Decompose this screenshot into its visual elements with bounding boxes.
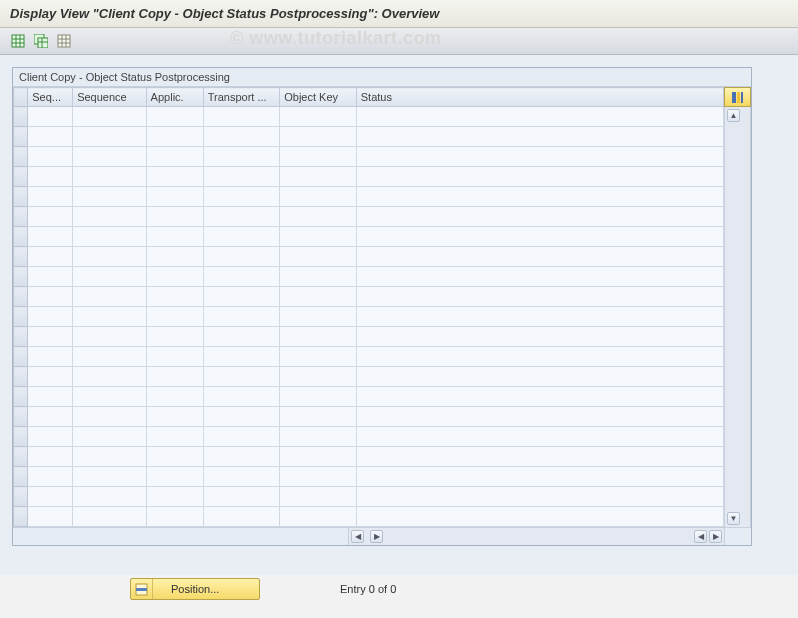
- cell[interactable]: [356, 267, 723, 287]
- data-grid[interactable]: Seq... Sequence Applic. Transport ... Ob…: [13, 87, 724, 527]
- cell[interactable]: [280, 427, 357, 447]
- row-selector[interactable]: [14, 187, 28, 207]
- cell[interactable]: [356, 227, 723, 247]
- cell[interactable]: [356, 467, 723, 487]
- row-selector[interactable]: [14, 287, 28, 307]
- configure-columns-button[interactable]: [724, 87, 751, 107]
- table-row[interactable]: [14, 427, 724, 447]
- table-row[interactable]: [14, 147, 724, 167]
- cell[interactable]: [146, 387, 203, 407]
- cell[interactable]: [28, 147, 73, 167]
- row-selector[interactable]: [14, 147, 28, 167]
- cell[interactable]: [203, 387, 280, 407]
- cell[interactable]: [28, 387, 73, 407]
- cell[interactable]: [280, 307, 357, 327]
- cell[interactable]: [28, 287, 73, 307]
- cell[interactable]: [146, 227, 203, 247]
- cell[interactable]: [146, 107, 203, 127]
- cell[interactable]: [203, 327, 280, 347]
- cell[interactable]: [280, 167, 357, 187]
- cell[interactable]: [28, 207, 73, 227]
- cell[interactable]: [28, 487, 73, 507]
- cell[interactable]: [203, 267, 280, 287]
- cell[interactable]: [28, 447, 73, 467]
- table-row[interactable]: [14, 227, 724, 247]
- table-row[interactable]: [14, 327, 724, 347]
- cell[interactable]: [280, 267, 357, 287]
- scroll-right-button[interactable]: ▶: [370, 530, 383, 543]
- cell[interactable]: [356, 387, 723, 407]
- table-row[interactable]: [14, 107, 724, 127]
- row-selector[interactable]: [14, 107, 28, 127]
- cell[interactable]: [28, 507, 73, 527]
- cell[interactable]: [203, 107, 280, 127]
- cell[interactable]: [203, 247, 280, 267]
- cell[interactable]: [73, 487, 146, 507]
- delimit-button[interactable]: [54, 31, 74, 51]
- cell[interactable]: [146, 487, 203, 507]
- cell[interactable]: [280, 107, 357, 127]
- horizontal-scrollbar-left[interactable]: ◀ ▶: [349, 528, 385, 545]
- cell[interactable]: [356, 127, 723, 147]
- cell[interactable]: [73, 227, 146, 247]
- scroll-left2-button[interactable]: ◀: [694, 530, 707, 543]
- cell[interactable]: [280, 387, 357, 407]
- cell[interactable]: [73, 287, 146, 307]
- cell[interactable]: [73, 307, 146, 327]
- cell[interactable]: [73, 507, 146, 527]
- scroll-left-button[interactable]: ◀: [351, 530, 364, 543]
- cell[interactable]: [356, 427, 723, 447]
- cell[interactable]: [146, 287, 203, 307]
- cell[interactable]: [203, 347, 280, 367]
- cell[interactable]: [280, 127, 357, 147]
- cell[interactable]: [356, 147, 723, 167]
- cell[interactable]: [356, 187, 723, 207]
- table-row[interactable]: [14, 467, 724, 487]
- row-selector[interactable]: [14, 167, 28, 187]
- row-selector[interactable]: [14, 507, 28, 527]
- row-selector[interactable]: [14, 307, 28, 327]
- cell[interactable]: [28, 347, 73, 367]
- cell[interactable]: [28, 467, 73, 487]
- cell[interactable]: [356, 327, 723, 347]
- cell[interactable]: [280, 407, 357, 427]
- cell[interactable]: [203, 367, 280, 387]
- cell[interactable]: [203, 307, 280, 327]
- cell[interactable]: [28, 267, 73, 287]
- cell[interactable]: [280, 247, 357, 267]
- cell[interactable]: [146, 467, 203, 487]
- vertical-scrollbar[interactable]: ▲ ▼: [724, 107, 751, 527]
- cell[interactable]: [146, 207, 203, 227]
- cell[interactable]: [280, 507, 357, 527]
- cell[interactable]: [73, 427, 146, 447]
- cell[interactable]: [280, 207, 357, 227]
- table-row[interactable]: [14, 487, 724, 507]
- row-selector[interactable]: [14, 207, 28, 227]
- cell[interactable]: [28, 167, 73, 187]
- table-row[interactable]: [14, 267, 724, 287]
- cell[interactable]: [146, 407, 203, 427]
- cell[interactable]: [280, 367, 357, 387]
- cell[interactable]: [28, 307, 73, 327]
- cell[interactable]: [356, 347, 723, 367]
- cell[interactable]: [203, 507, 280, 527]
- cell[interactable]: [73, 147, 146, 167]
- cell[interactable]: [146, 167, 203, 187]
- row-selector[interactable]: [14, 427, 28, 447]
- cell[interactable]: [280, 467, 357, 487]
- cell[interactable]: [73, 247, 146, 267]
- cell[interactable]: [73, 347, 146, 367]
- cell[interactable]: [356, 107, 723, 127]
- cell[interactable]: [356, 507, 723, 527]
- horizontal-scrollbar-main[interactable]: ◀ ▶: [385, 528, 724, 545]
- cell[interactable]: [203, 207, 280, 227]
- cell[interactable]: [28, 187, 73, 207]
- col-applic[interactable]: Applic.: [146, 88, 203, 107]
- cell[interactable]: [203, 287, 280, 307]
- col-status[interactable]: Status: [356, 88, 723, 107]
- cell[interactable]: [356, 287, 723, 307]
- cell[interactable]: [203, 447, 280, 467]
- cell[interactable]: [203, 187, 280, 207]
- row-selector[interactable]: [14, 487, 28, 507]
- cell[interactable]: [73, 207, 146, 227]
